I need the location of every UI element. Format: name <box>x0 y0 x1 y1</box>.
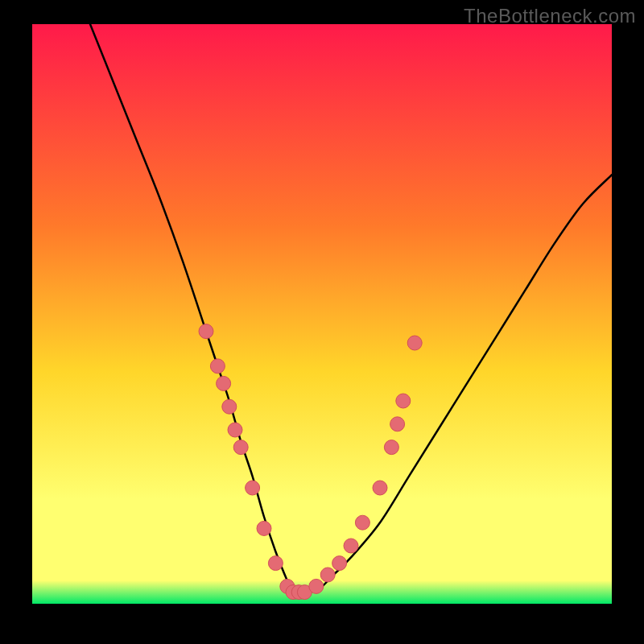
data-marker <box>309 579 324 593</box>
chart-frame: TheBottleneck.com <box>0 0 644 644</box>
data-marker <box>407 336 422 350</box>
watermark-text: TheBottleneck.com <box>464 5 636 27</box>
data-marker <box>246 481 260 495</box>
data-marker <box>210 359 225 374</box>
data-marker <box>355 515 369 530</box>
data-marker <box>373 481 387 495</box>
plot-area <box>32 24 612 604</box>
data-marker <box>228 423 242 437</box>
data-marker <box>396 394 411 408</box>
data-marker <box>257 521 271 535</box>
data-marker <box>384 440 398 455</box>
gradient-background <box>32 24 612 604</box>
data-marker <box>344 539 358 553</box>
data-marker <box>268 556 283 571</box>
data-marker <box>332 556 347 571</box>
data-marker <box>233 440 248 455</box>
data-marker <box>320 568 335 582</box>
data-marker <box>390 417 405 431</box>
data-marker <box>222 399 237 414</box>
data-marker <box>199 324 213 339</box>
bottleneck-chart-svg <box>32 24 612 604</box>
data-marker <box>217 376 231 390</box>
